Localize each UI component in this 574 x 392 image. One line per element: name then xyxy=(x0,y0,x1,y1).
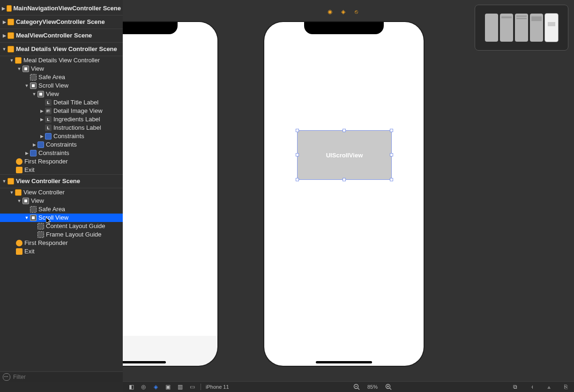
resolve-tool-icon[interactable]: ⟁ xyxy=(545,383,552,391)
row-label: Exit xyxy=(24,166,35,174)
minimap-scene[interactable] xyxy=(485,14,498,42)
row-constraints[interactable]: ▶ Constraints xyxy=(0,132,123,141)
row-constraints[interactable]: ▶ Constraints xyxy=(0,141,123,149)
device-select[interactable]: iPhone 11 xyxy=(201,384,243,390)
row-safe-area[interactable]: Safe Area xyxy=(0,73,123,81)
disclosure-icon[interactable]: ▶ xyxy=(39,109,44,113)
row-content-layout-guide[interactable]: Content Layout Guide xyxy=(0,222,123,230)
shield-icon[interactable]: ◉ xyxy=(327,8,333,15)
device-preview-left[interactable] xyxy=(123,22,217,366)
resize-handle-e[interactable] xyxy=(390,153,393,156)
align-tool-icon[interactable]: ⧉ xyxy=(511,383,519,391)
device-orientation-icon[interactable]: ▭ xyxy=(188,383,196,391)
disclosure-icon[interactable]: ▼ xyxy=(2,47,7,52)
minimap-scene[interactable] xyxy=(500,14,513,42)
label-icon xyxy=(45,99,52,106)
row-label: Constraints xyxy=(46,141,77,149)
filter-icon[interactable] xyxy=(3,373,10,381)
row-label: Ingredients Label xyxy=(53,115,100,124)
row-detail-image[interactable]: ▶ Detail Image View xyxy=(0,107,123,115)
adjust-editor-icon[interactable]: ◈ xyxy=(152,383,159,391)
minimap-scene[interactable] xyxy=(515,14,528,42)
scene-meal[interactable]: ▶ MealViewController Scene xyxy=(0,29,123,43)
row-label: View xyxy=(31,197,44,205)
assistant-icon[interactable]: ◎ xyxy=(140,383,147,391)
scene-category[interactable]: ▶ CategoryViewController Scene xyxy=(0,15,123,29)
constraints-icon xyxy=(30,150,37,156)
home-indicator xyxy=(316,361,372,363)
first-responder-icon[interactable]: ◈ xyxy=(340,8,346,15)
ib-canvas[interactable]: ontroller ◉ ◈ ⎋ UIScrollView xyxy=(123,0,574,382)
row-label: View xyxy=(31,65,44,73)
resize-handle-nw[interactable] xyxy=(296,129,299,132)
disclosure-icon[interactable]: ▼ xyxy=(17,199,22,203)
disclosure-icon[interactable]: ▼ xyxy=(9,58,14,63)
disclosure-icon[interactable]: ▶ xyxy=(2,20,7,24)
exit-icon[interactable]: ⎋ xyxy=(353,8,359,15)
row-label: Detail Title Label xyxy=(53,98,98,107)
disclosure-icon[interactable]: ▶ xyxy=(39,117,44,122)
row-first-responder[interactable]: First Responder xyxy=(0,157,123,166)
row-ingredients[interactable]: ▶ Ingredients Label xyxy=(0,115,123,124)
row-exit[interactable]: Exit xyxy=(0,247,123,256)
scene-label: Meal Details View Controller Scene xyxy=(16,45,117,53)
row-meal-details-vc[interactable]: ▼ Meal Details View Controller xyxy=(0,56,123,65)
vary-traits-icon[interactable]: ▥ xyxy=(176,383,184,391)
device-body xyxy=(123,22,217,336)
safearea-icon xyxy=(30,206,37,213)
disclosure-icon[interactable]: ▼ xyxy=(24,83,29,88)
row-scroll-view[interactable]: ▼ Scroll View xyxy=(0,81,123,90)
disclosure-icon[interactable]: ▼ xyxy=(2,179,7,184)
canvas-minimap[interactable] xyxy=(475,5,568,51)
row-detail-title[interactable]: Detail Title Label xyxy=(0,98,123,107)
row-instructions[interactable]: Instructions Label xyxy=(0,124,123,132)
disclosure-icon[interactable]: ▼ xyxy=(32,92,37,96)
resize-handle-ne[interactable] xyxy=(390,129,393,132)
viewcontroller-icon xyxy=(15,57,22,64)
row-frame-layout-guide[interactable]: Frame Layout Guide xyxy=(0,230,123,239)
scene-main-nav[interactable]: ▶ MainNavigationViewController Scene xyxy=(0,2,123,15)
embed-in-icon[interactable]: ▣ xyxy=(164,383,171,391)
zoom-in-icon[interactable] xyxy=(385,383,392,391)
row-view[interactable]: ▼ View xyxy=(0,197,123,205)
row-scroll-view-selected[interactable]: ▼ Scroll View xyxy=(0,214,123,222)
resize-handle-s[interactable] xyxy=(343,178,346,181)
canvas-scrollview[interactable]: UIScrollView xyxy=(297,130,392,180)
layoutguide-icon xyxy=(37,231,44,238)
scene-meal-details[interactable]: ▼ Meal Details View Controller Scene xyxy=(0,43,123,56)
row-view[interactable]: ▼ View xyxy=(0,65,123,73)
zoom-out-icon[interactable] xyxy=(353,383,360,391)
pin-tool-icon[interactable]: ⫞ xyxy=(528,383,536,391)
disclosure-icon[interactable]: ▶ xyxy=(32,142,37,147)
outline-tree: ▶ MainNavigationViewController Scene ▶ C… xyxy=(0,0,123,256)
left-scene-title[interactable]: ontroller xyxy=(123,8,165,15)
disclosure-icon[interactable]: ▶ xyxy=(39,134,44,139)
toggle-outline-icon[interactable]: ◧ xyxy=(127,383,135,391)
disclosure-icon[interactable]: ▼ xyxy=(9,190,14,195)
zoom-percentage[interactable]: 85% xyxy=(365,384,380,390)
minimap-scene[interactable] xyxy=(530,14,543,42)
device-preview-main[interactable]: UIScrollView xyxy=(264,22,424,366)
disclosure-icon[interactable]: ▶ xyxy=(2,6,6,11)
resize-handle-w[interactable] xyxy=(296,153,299,156)
row-inner-view[interactable]: ▼ View xyxy=(0,90,123,98)
disclosure-icon[interactable]: ▶ xyxy=(2,33,7,38)
row-constraints[interactable]: ▶ Constraints xyxy=(0,149,123,157)
minimap-scene-current[interactable] xyxy=(545,14,558,42)
device-label: iPhone 11 xyxy=(206,384,239,390)
row-safe-area[interactable]: Safe Area xyxy=(0,205,123,214)
scrollview-placeholder-label: UIScrollView xyxy=(326,152,363,159)
row-label: First Responder xyxy=(24,239,67,247)
disclosure-icon[interactable]: ▶ xyxy=(24,151,29,155)
resize-handle-sw[interactable] xyxy=(296,178,299,181)
embed-tool-icon[interactable]: ⎘ xyxy=(562,383,569,391)
row-exit[interactable]: Exit xyxy=(0,166,123,174)
resize-handle-se[interactable] xyxy=(390,178,393,181)
disclosure-icon[interactable]: ▼ xyxy=(17,67,22,71)
scene-view-controller[interactable]: ▼ View Controller Scene xyxy=(0,174,123,188)
row-view-controller[interactable]: ▼ View Controller xyxy=(0,188,123,197)
row-first-responder[interactable]: First Responder xyxy=(0,239,123,247)
disclosure-icon[interactable]: ▼ xyxy=(24,215,29,220)
resize-handle-n[interactable] xyxy=(343,129,346,132)
filter-input[interactable] xyxy=(12,373,120,381)
